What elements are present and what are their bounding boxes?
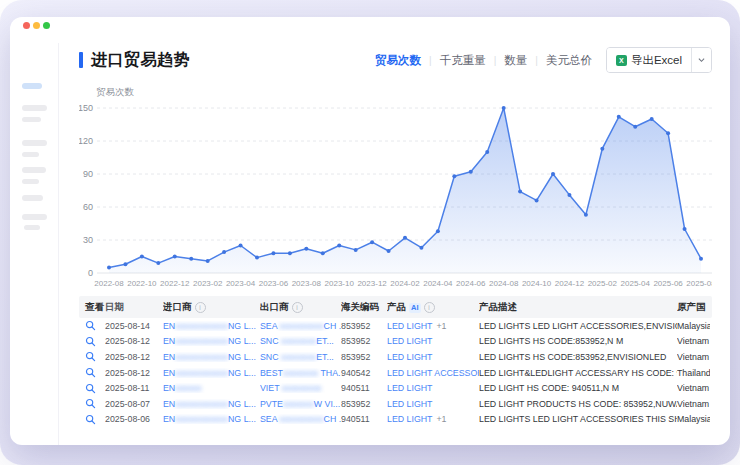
info-icon[interactable]: i — [424, 302, 435, 313]
product-description: LED LIGHTS HS CODE:853952,N M — [479, 336, 677, 346]
product-link[interactable]: LED LIGHT — [387, 352, 432, 362]
svg-text:90: 90 — [83, 169, 93, 179]
table-row[interactable]: 2025-08-07 ENxxxxxxxxxxxxNG L... PVTExxx… — [79, 396, 712, 412]
trade-trend-line-chart[interactable]: 03060901201502022-082022-102022-122023-0… — [79, 100, 712, 290]
origin-country: Vietnam — [677, 399, 710, 409]
view-details-icon[interactable] — [85, 414, 96, 425]
table-row[interactable]: 2025-08-12 ENxxxxxxxxxxxxNG L... SNC xxx… — [79, 349, 712, 365]
view-details-icon[interactable] — [85, 351, 96, 362]
importer-link[interactable]: ENxxxxxxxxxxxxNG L... — [163, 321, 260, 331]
product-cell: LED LIGHT+1 — [387, 414, 479, 424]
exporter-link[interactable]: SEA xxxxxxxxxxCH ... — [260, 321, 341, 331]
maximize-window-button[interactable] — [43, 22, 50, 29]
product-cell: LED LIGHT — [387, 383, 479, 393]
sidebar-item[interactable] — [24, 225, 40, 230]
tab-usd-total[interactable]: 美元总价 — [546, 53, 592, 68]
excel-icon: X — [616, 55, 627, 66]
minimize-window-button[interactable] — [33, 22, 40, 29]
col-header-view: 查看 — [79, 301, 105, 314]
sidebar-item[interactable] — [22, 105, 47, 111]
table-row[interactable]: 2025-08-06 ENxxxxxxxxxxxxNG L... SEA xxx… — [79, 412, 712, 428]
hs-code: 940511 — [341, 383, 387, 393]
product-link[interactable]: LED LIGHT — [387, 336, 432, 346]
product-link[interactable]: LED LIGHT — [387, 321, 432, 331]
view-details-icon[interactable] — [85, 398, 96, 409]
product-cell: LED LIGHT ACCESSORY — [387, 368, 479, 378]
exporter-link[interactable]: SEA xxxxxxxxxxCH ... — [260, 414, 341, 424]
svg-text:2025-04: 2025-04 — [621, 279, 651, 288]
hs-code: 853952 — [341, 352, 387, 362]
export-button-group: X 导出Excel — [606, 47, 712, 73]
origin-country: Malaysia — [677, 414, 710, 424]
svg-text:2023-10: 2023-10 — [325, 279, 355, 288]
col-header-importer: 进口商i — [163, 301, 260, 314]
importer-link[interactable]: ENxxxxxx — [163, 383, 260, 393]
product-link[interactable]: LED LIGHT ACCESSORY — [387, 368, 479, 378]
title-accent-bar — [79, 52, 83, 68]
product-cell: LED LIGHT — [387, 352, 479, 362]
importer-link[interactable]: ENxxxxxxxxxxxxNG L... — [163, 414, 260, 424]
sidebar-item[interactable] — [22, 195, 43, 201]
importer-link[interactable]: ENxxxxxxxxxxxxNG L... — [163, 336, 260, 346]
export-dropdown-button[interactable] — [691, 48, 711, 72]
table-row[interactable]: 2025-08-14 ENxxxxxxxxxxxxNG L... SEA xxx… — [79, 318, 712, 334]
view-details-icon[interactable] — [85, 320, 96, 331]
tab-separator: | — [535, 55, 538, 66]
exporter-link[interactable]: SNC xxxxxxxxET... — [260, 336, 341, 346]
svg-text:2023-08: 2023-08 — [292, 279, 322, 288]
table-row[interactable]: 2025-08-12 ENxxxxxxxxxxxxNG L... SNC xxx… — [79, 334, 712, 350]
sidebar-item[interactable] — [22, 152, 39, 157]
product-link[interactable]: LED LIGHT — [387, 414, 432, 424]
col-header-hs-code: 海关编码 — [341, 301, 387, 314]
importer-link[interactable]: ENxxxxxxxxxxxxNG L... — [163, 352, 260, 362]
origin-country: Vietnam — [677, 352, 710, 362]
tab-quantity[interactable]: 数量 — [504, 53, 527, 68]
sidebar-item[interactable] — [22, 167, 46, 173]
shipment-date: 2025-08-11 — [105, 383, 163, 393]
product-cell: LED LIGHT — [387, 336, 479, 346]
tab-trade-count[interactable]: 贸易次数 — [375, 53, 421, 68]
shipment-date: 2025-08-07 — [105, 399, 163, 409]
table-row[interactable]: 2025-08-11 ENxxxxxx VIET xxxxxxxxx 94051… — [79, 380, 712, 396]
svg-text:2022-12: 2022-12 — [160, 279, 190, 288]
sidebar-item[interactable] — [22, 179, 39, 184]
sidebar-item[interactable] — [22, 140, 47, 146]
col-header-description: 产品描述 — [479, 301, 677, 314]
info-icon[interactable]: i — [195, 302, 206, 313]
importer-link[interactable]: ENxxxxxxxxxxxxNG L... — [163, 399, 260, 409]
export-excel-button[interactable]: X 导出Excel — [607, 48, 691, 72]
tab-separator: | — [494, 55, 497, 66]
close-window-button[interactable] — [23, 22, 30, 29]
exporter-link[interactable]: VIET xxxxxxxxx — [260, 383, 341, 393]
hs-code: 853952 — [341, 399, 387, 409]
svg-text:2023-12: 2023-12 — [357, 279, 387, 288]
origin-country: Vietnam — [677, 383, 710, 393]
view-details-icon[interactable] — [85, 367, 96, 378]
table-row[interactable]: 2025-08-12 ENxxxxxxxxxxxxNG L... BESTxxx… — [79, 365, 712, 381]
importer-link[interactable]: ENxxxxxxxxxxxxNG L... — [163, 368, 260, 378]
product-extra-count: +1 — [436, 321, 446, 331]
svg-text:2024-04: 2024-04 — [423, 279, 453, 288]
view-details-icon[interactable] — [85, 336, 96, 347]
sidebar — [10, 43, 59, 445]
table-header-row: 查看 日期 进口商i 出口商i 海关编码 产品AIi 产品描述 原产国 — [79, 296, 712, 318]
product-link[interactable]: LED LIGHT — [387, 399, 432, 409]
sidebar-item-active[interactable] — [22, 83, 42, 89]
view-details-icon[interactable] — [85, 383, 96, 394]
sidebar-item[interactable] — [22, 214, 47, 220]
svg-text:2025-02: 2025-02 — [588, 279, 618, 288]
product-description: LED LIGHTS LED LIGHT ACCESSORIES,ENVISIO… — [479, 321, 677, 331]
export-excel-label: 导出Excel — [631, 53, 682, 68]
exporter-link[interactable]: BESTxxxxxxxx THA... — [260, 368, 341, 378]
product-cell: LED LIGHT+1 — [387, 321, 479, 331]
svg-text:150: 150 — [79, 103, 93, 113]
tab-kg-weight[interactable]: 千克重量 — [440, 53, 486, 68]
shipment-date: 2025-08-14 — [105, 321, 163, 331]
sidebar-item[interactable] — [22, 117, 41, 122]
origin-country: Thailand — [677, 368, 710, 378]
exporter-link[interactable]: PVTExxxxxxxW VI... — [260, 399, 341, 409]
shipment-date: 2025-08-12 — [105, 352, 163, 362]
product-link[interactable]: LED LIGHT — [387, 383, 432, 393]
exporter-link[interactable]: SNC xxxxxxxxET... — [260, 352, 341, 362]
info-icon[interactable]: i — [292, 302, 303, 313]
